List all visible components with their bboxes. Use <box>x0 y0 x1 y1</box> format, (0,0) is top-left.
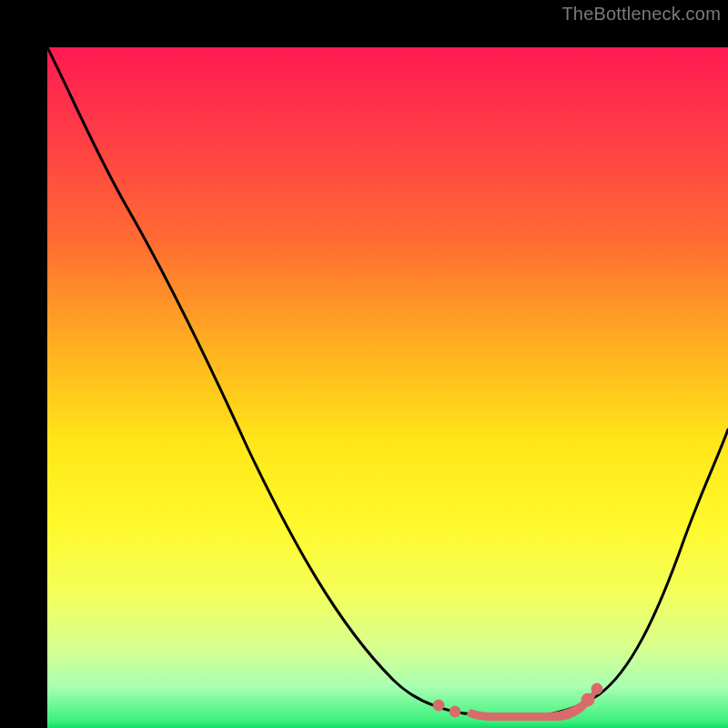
marker <box>581 693 594 706</box>
marker <box>450 706 460 717</box>
marker <box>592 683 602 694</box>
chart-frame <box>0 0 728 728</box>
marker-trough <box>466 688 597 721</box>
bottleneck-curve <box>47 47 728 717</box>
marker <box>433 700 444 711</box>
marker-group <box>433 683 602 721</box>
curve-svg <box>47 47 728 728</box>
gradient-background <box>47 47 728 728</box>
watermark-text: TheBottleneck.com <box>561 4 721 25</box>
